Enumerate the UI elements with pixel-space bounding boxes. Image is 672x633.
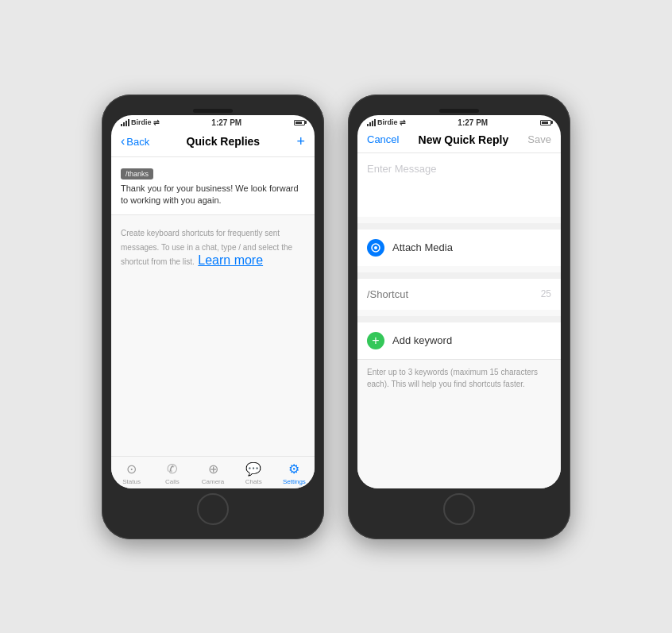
phone-screen-2: Birdie ⇌ 1:27 PM Cancel New Quick Reply … xyxy=(357,115,561,488)
signal-bar-3 xyxy=(126,121,127,126)
reply-text: Thank you for your business! We look for… xyxy=(121,183,305,207)
attach-media-button[interactable]: Attach Media xyxy=(357,230,561,266)
quick-replies-list: /thanks Thank you for your business! We … xyxy=(111,157,315,216)
nav-title-1: Quick Replies xyxy=(187,135,261,148)
attach-media-label: Attach Media xyxy=(392,241,453,253)
keyword-hint-text: Enter up to 3 keywords (maximum 15 chara… xyxy=(367,366,551,390)
cancel-button[interactable]: Cancel xyxy=(367,133,399,145)
tab-calls[interactable]: ✆ Calls xyxy=(152,461,192,485)
shortcut-input[interactable] xyxy=(367,288,541,300)
status-bar-1: Birdie ⇌ 1:27 PM xyxy=(111,115,315,129)
attach-media-section: Attach Media xyxy=(357,230,561,266)
back-button[interactable]: ‹ Back xyxy=(121,134,149,149)
battery-fill-2 xyxy=(542,122,548,124)
phone-top-bar-2 xyxy=(357,104,561,115)
signal-bar-2 xyxy=(123,122,125,126)
signal-bar-2-3 xyxy=(372,121,373,126)
signal-bar-2-2 xyxy=(369,122,371,126)
chats-tab-label: Chats xyxy=(245,478,262,485)
nav-title-2: New Quick Reply xyxy=(419,133,509,146)
status-right-1 xyxy=(294,120,305,125)
back-label: Back xyxy=(126,136,149,148)
tab-bar-1: ⊙ Status ✆ Calls ⊕ Camera 💬 Chats ⚙ S xyxy=(111,456,315,488)
camera-tab-icon: ⊕ xyxy=(208,461,218,477)
status-left-2: Birdie ⇌ xyxy=(367,118,406,126)
tab-settings[interactable]: ⚙ Settings xyxy=(274,461,315,485)
shortcut-count: 25 xyxy=(541,288,551,299)
time-1: 1:27 PM xyxy=(211,118,241,127)
signal-bars-2 xyxy=(367,119,376,126)
battery-fill-1 xyxy=(295,122,302,124)
carrier-name-2: Birdie xyxy=(377,118,398,126)
battery-tip-1 xyxy=(305,121,307,124)
calls-tab-icon: ✆ xyxy=(167,461,177,477)
settings-tab-label: Settings xyxy=(283,478,306,485)
tab-chats[interactable]: 💬 Chats xyxy=(234,461,274,485)
wifi-icon-2: ⇌ xyxy=(400,118,406,126)
carrier-name-1: Birdie xyxy=(131,118,152,126)
signal-bar-1 xyxy=(121,124,122,126)
battery-icon-2 xyxy=(540,120,551,125)
save-button[interactable]: Save xyxy=(527,133,551,145)
quick-reply-item[interactable]: /thanks Thank you for your business! We … xyxy=(111,157,315,216)
add-reply-button[interactable]: + xyxy=(296,133,305,150)
attach-media-icon xyxy=(367,239,384,257)
battery-icon-1 xyxy=(294,120,305,125)
add-keyword-icon: + xyxy=(367,332,384,349)
phone-top-bar xyxy=(111,104,315,115)
section-divider-3 xyxy=(357,316,561,322)
add-keyword-button[interactable]: + Add keyword xyxy=(357,322,561,359)
signal-bars-1 xyxy=(121,119,129,126)
battery-tip-2 xyxy=(551,121,553,124)
status-tab-label: Status xyxy=(122,478,141,485)
phone-speaker-2 xyxy=(439,109,479,113)
tab-camera[interactable]: ⊕ Camera xyxy=(192,461,233,485)
signal-bar-4 xyxy=(128,119,129,126)
time-2: 1:27 PM xyxy=(458,118,488,127)
status-bar-2: Birdie ⇌ 1:27 PM xyxy=(357,115,561,129)
home-button-2[interactable] xyxy=(443,493,475,525)
home-button-1[interactable] xyxy=(197,493,229,525)
section-divider-1 xyxy=(357,223,561,230)
phone-new-reply: Birdie ⇌ 1:27 PM Cancel New Quick Reply … xyxy=(348,95,570,539)
phone-speaker xyxy=(193,109,233,113)
phone-screen-1: Birdie ⇌ 1:27 PM ‹ Back Quick Replies xyxy=(111,115,315,488)
message-input-area[interactable]: Enter Message xyxy=(357,153,561,217)
status-tab-icon: ⊙ xyxy=(126,461,137,477)
message-placeholder: Enter Message xyxy=(367,163,551,175)
signal-bar-2-4 xyxy=(374,119,376,126)
camera-tab-label: Camera xyxy=(202,478,224,485)
status-left-1: Birdie ⇌ xyxy=(121,118,160,126)
nav-bar-2: Cancel New Quick Reply Save xyxy=(357,129,561,153)
section-divider-2 xyxy=(357,272,561,279)
chats-tab-icon: 💬 xyxy=(245,461,261,477)
phones-container: Birdie ⇌ 1:27 PM ‹ Back Quick Replies xyxy=(86,79,586,555)
svg-point-1 xyxy=(374,246,377,249)
shortcut-input-row: 25 xyxy=(357,279,561,310)
screen-content-1: /thanks Thank you for your business! We … xyxy=(111,157,315,456)
back-arrow-icon: ‹ xyxy=(121,134,125,149)
keyword-section: + Add keyword Enter up to 3 keywords (ma… xyxy=(357,322,561,399)
info-section: Create keyboard shortcuts for frequently… xyxy=(111,215,315,277)
status-right-2 xyxy=(540,120,551,125)
signal-bar-2-1 xyxy=(367,124,369,126)
settings-tab-icon: ⚙ xyxy=(288,461,299,477)
shortcut-section: 25 xyxy=(357,279,561,310)
calls-tab-label: Calls xyxy=(165,478,180,485)
screen-content-2: Enter Message Attach Media xyxy=(357,153,561,488)
nav-bar-1: ‹ Back Quick Replies + xyxy=(111,129,315,157)
shortcut-tag: /thanks xyxy=(121,168,153,179)
tab-status[interactable]: ⊙ Status xyxy=(111,461,152,485)
phone-quick-replies: Birdie ⇌ 1:27 PM ‹ Back Quick Replies xyxy=(102,95,324,539)
message-section: Enter Message xyxy=(357,153,561,217)
wifi-icon-1: ⇌ xyxy=(153,118,160,126)
learn-more-link[interactable]: Learn more xyxy=(198,253,263,267)
keyword-hint: Enter up to 3 keywords (maximum 15 chara… xyxy=(357,360,561,399)
add-keyword-label: Add keyword xyxy=(392,334,452,346)
